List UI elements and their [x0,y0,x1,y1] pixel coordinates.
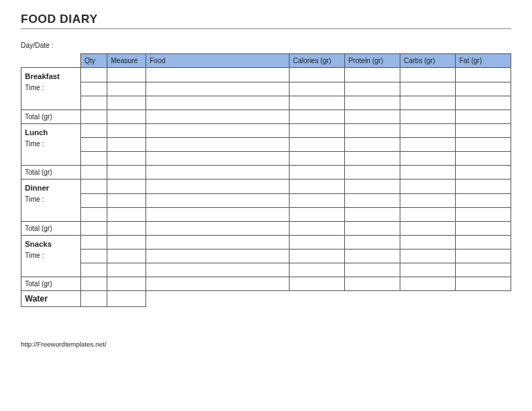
table-row: Total (gr) [21,221,511,235]
dinner-time: Time : [21,193,81,221]
table-row [21,96,511,110]
dinner-total: Total (gr) [21,221,81,235]
lunch-label: Lunch [21,123,81,138]
table-row: Total (gr) [21,166,511,180]
breakfast-time: Time : [21,82,81,110]
page-title: FOOD DIARY [21,12,511,29]
footer-url: http://Freewordtemplates.net/ [21,340,511,348]
table-row: Total (gr) [21,277,511,291]
table-row [21,152,511,166]
header-qty: Qty [81,54,107,68]
table-row: Time : [21,250,511,263]
header-protein: Protein (gr) [345,54,400,68]
snacks-total: Total (gr) [21,277,81,291]
table-row: Time : [21,82,511,96]
table-row [21,263,511,277]
table-row: Dinner [21,180,511,194]
header-measure: Measure [107,54,146,68]
lunch-time: Time : [21,138,81,166]
header-carbs: Carbs (gr) [400,54,456,68]
table-row: Breakfast [21,68,511,82]
table-row: Total (gr) [21,110,511,123]
header-food: Food [146,54,290,68]
table-row: Time : [21,138,511,152]
breakfast-label: Breakfast [21,68,81,82]
header-fat: Fat (gr) [456,54,511,68]
breakfast-total: Total (gr) [21,110,81,123]
food-diary-table: Qty Measure Food Calories (gr) Protein (… [21,53,511,307]
dinner-label: Dinner [21,180,81,194]
table-row: Time : [21,193,511,207]
header-blank [21,54,81,68]
snacks-label: Snacks [21,235,81,250]
day-date-label: Day/Date : [21,42,511,49]
header-row: Qty Measure Food Calories (gr) Protein (… [21,54,511,68]
water-label: Water [21,291,81,307]
table-row [21,207,511,221]
snacks-time: Time : [21,250,81,277]
header-calories: Calories (gr) [290,54,345,68]
lunch-total: Total (gr) [21,166,81,180]
table-row: Lunch [21,123,511,138]
table-row: Water [21,291,511,307]
table-row: Snacks [21,235,511,250]
